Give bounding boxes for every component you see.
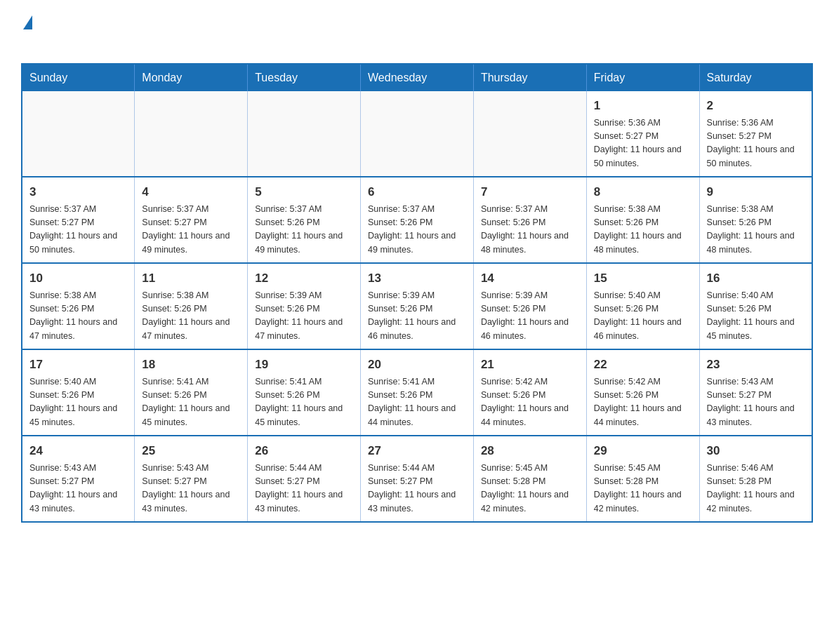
day-number: 26 <box>255 442 353 460</box>
day-info: Sunrise: 5:39 AM Sunset: 5:26 PM Dayligh… <box>481 289 579 344</box>
calendar-table: SundayMondayTuesdayWednesdayThursdayFrid… <box>21 63 813 523</box>
calendar-cell <box>22 91 135 177</box>
calendar-cell: 25Sunrise: 5:43 AM Sunset: 5:27 PM Dayli… <box>135 436 248 522</box>
day-number: 18 <box>142 356 240 374</box>
calendar-cell: 23Sunrise: 5:43 AM Sunset: 5:27 PM Dayli… <box>699 349 812 436</box>
calendar-cell: 17Sunrise: 5:40 AM Sunset: 5:26 PM Dayli… <box>22 349 135 436</box>
calendar-header: SundayMondayTuesdayWednesdayThursdayFrid… <box>22 64 812 91</box>
calendar-cell: 13Sunrise: 5:39 AM Sunset: 5:26 PM Dayli… <box>361 263 474 349</box>
calendar-cell: 1Sunrise: 5:36 AM Sunset: 5:27 PM Daylig… <box>586 91 699 177</box>
day-number: 9 <box>707 183 805 201</box>
page-header <box>21 14 813 51</box>
day-info: Sunrise: 5:41 AM Sunset: 5:26 PM Dayligh… <box>368 375 466 430</box>
day-info: Sunrise: 5:45 AM Sunset: 5:28 PM Dayligh… <box>481 462 579 516</box>
logo-triangle <box>23 15 32 29</box>
calendar-cell <box>473 91 586 177</box>
calendar-cell: 12Sunrise: 5:39 AM Sunset: 5:26 PM Dayli… <box>248 263 361 349</box>
calendar-week-row: 1Sunrise: 5:36 AM Sunset: 5:27 PM Daylig… <box>22 91 812 177</box>
day-info: Sunrise: 5:40 AM Sunset: 5:26 PM Dayligh… <box>707 289 805 344</box>
day-number: 4 <box>142 183 240 201</box>
day-number: 3 <box>29 183 127 201</box>
day-info: Sunrise: 5:43 AM Sunset: 5:27 PM Dayligh… <box>29 462 127 516</box>
day-info: Sunrise: 5:37 AM Sunset: 5:27 PM Dayligh… <box>29 203 127 257</box>
day-number: 5 <box>255 183 353 201</box>
calendar-cell: 14Sunrise: 5:39 AM Sunset: 5:26 PM Dayli… <box>473 263 586 349</box>
day-info: Sunrise: 5:45 AM Sunset: 5:28 PM Dayligh… <box>594 462 692 516</box>
day-info: Sunrise: 5:38 AM Sunset: 5:26 PM Dayligh… <box>29 289 127 344</box>
calendar-cell: 20Sunrise: 5:41 AM Sunset: 5:26 PM Dayli… <box>361 349 474 436</box>
day-number: 19 <box>255 356 353 374</box>
calendar-cell: 29Sunrise: 5:45 AM Sunset: 5:28 PM Dayli… <box>586 436 699 522</box>
day-info: Sunrise: 5:46 AM Sunset: 5:28 PM Dayligh… <box>707 462 805 516</box>
day-info: Sunrise: 5:37 AM Sunset: 5:26 PM Dayligh… <box>481 203 579 257</box>
calendar-cell: 16Sunrise: 5:40 AM Sunset: 5:26 PM Dayli… <box>699 263 812 349</box>
day-info: Sunrise: 5:42 AM Sunset: 5:26 PM Dayligh… <box>481 375 579 430</box>
calendar-cell: 19Sunrise: 5:41 AM Sunset: 5:26 PM Dayli… <box>248 349 361 436</box>
day-number: 14 <box>481 269 579 288</box>
weekday-header-tuesday: Tuesday <box>248 64 361 91</box>
day-info: Sunrise: 5:38 AM Sunset: 5:26 PM Dayligh… <box>142 289 240 344</box>
calendar-cell: 24Sunrise: 5:43 AM Sunset: 5:27 PM Dayli… <box>22 436 135 522</box>
calendar-cell: 4Sunrise: 5:37 AM Sunset: 5:27 PM Daylig… <box>135 177 248 263</box>
day-info: Sunrise: 5:37 AM Sunset: 5:26 PM Dayligh… <box>368 203 466 257</box>
calendar-cell: 18Sunrise: 5:41 AM Sunset: 5:26 PM Dayli… <box>135 349 248 436</box>
weekday-header-sunday: Sunday <box>22 64 135 91</box>
calendar-cell: 22Sunrise: 5:42 AM Sunset: 5:26 PM Dayli… <box>586 349 699 436</box>
calendar-cell: 5Sunrise: 5:37 AM Sunset: 5:26 PM Daylig… <box>248 177 361 263</box>
day-info: Sunrise: 5:43 AM Sunset: 5:27 PM Dayligh… <box>707 375 805 430</box>
calendar-cell: 9Sunrise: 5:38 AM Sunset: 5:26 PM Daylig… <box>699 177 812 263</box>
day-number: 11 <box>142 269 240 288</box>
calendar-cell <box>361 91 474 177</box>
day-number: 28 <box>481 442 579 460</box>
calendar-cell: 7Sunrise: 5:37 AM Sunset: 5:26 PM Daylig… <box>473 177 586 263</box>
calendar-week-row: 17Sunrise: 5:40 AM Sunset: 5:26 PM Dayli… <box>22 349 812 436</box>
calendar-week-row: 3Sunrise: 5:37 AM Sunset: 5:27 PM Daylig… <box>22 177 812 263</box>
logo <box>21 14 32 51</box>
day-info: Sunrise: 5:40 AM Sunset: 5:26 PM Dayligh… <box>29 375 127 430</box>
weekday-header-saturday: Saturday <box>699 64 812 91</box>
day-number: 12 <box>255 269 353 288</box>
day-number: 15 <box>594 269 692 288</box>
day-info: Sunrise: 5:43 AM Sunset: 5:27 PM Dayligh… <box>142 462 240 516</box>
calendar-cell: 21Sunrise: 5:42 AM Sunset: 5:26 PM Dayli… <box>473 349 586 436</box>
day-number: 8 <box>594 183 692 201</box>
day-number: 21 <box>481 356 579 374</box>
day-number: 24 <box>29 442 127 460</box>
day-info: Sunrise: 5:38 AM Sunset: 5:26 PM Dayligh… <box>707 203 805 257</box>
day-number: 23 <box>707 356 805 374</box>
day-info: Sunrise: 5:41 AM Sunset: 5:26 PM Dayligh… <box>255 375 353 430</box>
day-info: Sunrise: 5:42 AM Sunset: 5:26 PM Dayligh… <box>594 375 692 430</box>
day-info: Sunrise: 5:44 AM Sunset: 5:27 PM Dayligh… <box>368 462 466 516</box>
day-info: Sunrise: 5:40 AM Sunset: 5:26 PM Dayligh… <box>594 289 692 344</box>
calendar-cell: 15Sunrise: 5:40 AM Sunset: 5:26 PM Dayli… <box>586 263 699 349</box>
day-number: 30 <box>707 442 805 460</box>
calendar-cell <box>135 91 248 177</box>
calendar-cell: 6Sunrise: 5:37 AM Sunset: 5:26 PM Daylig… <box>361 177 474 263</box>
day-info: Sunrise: 5:41 AM Sunset: 5:26 PM Dayligh… <box>142 375 240 430</box>
day-info: Sunrise: 5:37 AM Sunset: 5:26 PM Dayligh… <box>255 203 353 257</box>
weekday-header-friday: Friday <box>586 64 699 91</box>
day-number: 29 <box>594 442 692 460</box>
calendar-week-row: 10Sunrise: 5:38 AM Sunset: 5:26 PM Dayli… <box>22 263 812 349</box>
day-number: 13 <box>368 269 466 288</box>
calendar-cell: 26Sunrise: 5:44 AM Sunset: 5:27 PM Dayli… <box>248 436 361 522</box>
calendar-week-row: 24Sunrise: 5:43 AM Sunset: 5:27 PM Dayli… <box>22 436 812 522</box>
day-number: 17 <box>29 356 127 374</box>
weekday-header-monday: Monday <box>135 64 248 91</box>
day-info: Sunrise: 5:44 AM Sunset: 5:27 PM Dayligh… <box>255 462 353 516</box>
calendar-cell: 27Sunrise: 5:44 AM Sunset: 5:27 PM Dayli… <box>361 436 474 522</box>
weekday-header-wednesday: Wednesday <box>361 64 474 91</box>
day-number: 22 <box>594 356 692 374</box>
day-info: Sunrise: 5:36 AM Sunset: 5:27 PM Dayligh… <box>707 116 805 171</box>
day-number: 7 <box>481 183 579 201</box>
weekday-header-row: SundayMondayTuesdayWednesdayThursdayFrid… <box>22 64 812 91</box>
day-info: Sunrise: 5:39 AM Sunset: 5:26 PM Dayligh… <box>255 289 353 344</box>
day-info: Sunrise: 5:37 AM Sunset: 5:27 PM Dayligh… <box>142 203 240 257</box>
day-number: 25 <box>142 442 240 460</box>
day-number: 2 <box>707 97 805 115</box>
calendar-cell: 8Sunrise: 5:38 AM Sunset: 5:26 PM Daylig… <box>586 177 699 263</box>
weekday-header-thursday: Thursday <box>473 64 586 91</box>
calendar-cell: 3Sunrise: 5:37 AM Sunset: 5:27 PM Daylig… <box>22 177 135 263</box>
day-info: Sunrise: 5:36 AM Sunset: 5:27 PM Dayligh… <box>594 116 692 171</box>
calendar-cell: 30Sunrise: 5:46 AM Sunset: 5:28 PM Dayli… <box>699 436 812 522</box>
